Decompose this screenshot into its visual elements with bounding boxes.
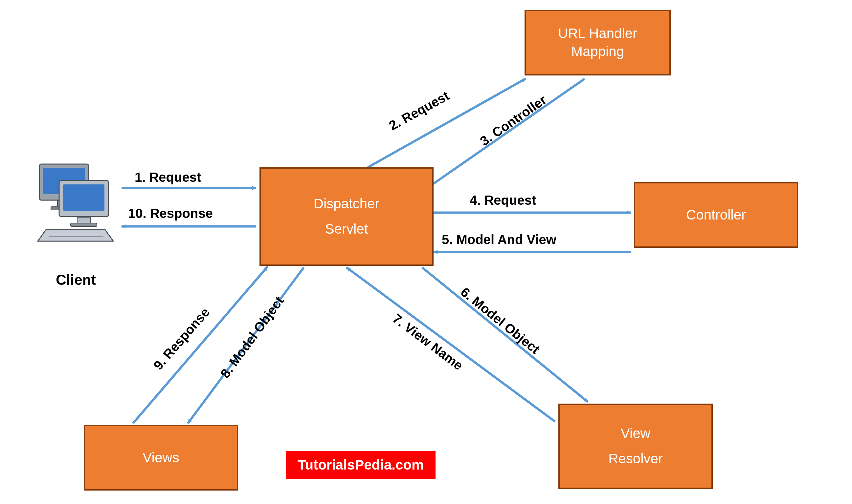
watermark: TutorialsPedia.com bbox=[286, 451, 436, 479]
edge-3-label: 3. Controller bbox=[477, 92, 549, 149]
edge-5-label: 5. Model And View bbox=[442, 232, 556, 247]
urlhandler-line2: Mapping bbox=[571, 43, 624, 61]
dispatcher-line1: Dispatcher bbox=[314, 195, 380, 213]
client-label: Client bbox=[56, 272, 96, 288]
controller-box: Controller bbox=[634, 182, 798, 248]
edge-4-label: 4. Request bbox=[470, 193, 536, 208]
dispatcher-servlet-box: Dispatcher Servlet bbox=[260, 167, 434, 266]
edge-10-label: 10. Response bbox=[128, 206, 213, 221]
edge-1-label: 1. Request bbox=[135, 170, 201, 185]
url-handler-mapping-box: URL Handler Mapping bbox=[524, 10, 671, 75]
urlhandler-line1: URL Handler bbox=[558, 24, 637, 43]
viewresolver-line2: Resolver bbox=[608, 450, 663, 468]
client-icon bbox=[33, 161, 120, 247]
view-resolver-box: View Resolver bbox=[558, 403, 713, 489]
svg-rect-16 bbox=[63, 184, 104, 211]
controller-label: Controller bbox=[686, 206, 746, 224]
views-label: Views bbox=[142, 449, 179, 467]
svg-marker-19 bbox=[38, 230, 113, 241]
edge-9-label: 9. Response bbox=[151, 305, 213, 373]
diagram-canvas: Client Dispatcher Servlet URL Handler Ma… bbox=[0, 0, 852, 504]
dispatcher-line2: Servlet bbox=[325, 220, 368, 238]
svg-line-7 bbox=[422, 267, 588, 402]
views-box: Views bbox=[84, 425, 238, 490]
edge-7-label: 7. View Name bbox=[390, 311, 466, 373]
svg-rect-17 bbox=[77, 217, 90, 223]
edge-2-label: 2. Request bbox=[387, 88, 452, 133]
svg-rect-18 bbox=[71, 223, 97, 227]
edge-8-label: 8. Model Object bbox=[218, 294, 287, 381]
edge-6-label: 6. Model Object bbox=[458, 285, 543, 357]
viewresolver-line1: View bbox=[621, 425, 650, 443]
